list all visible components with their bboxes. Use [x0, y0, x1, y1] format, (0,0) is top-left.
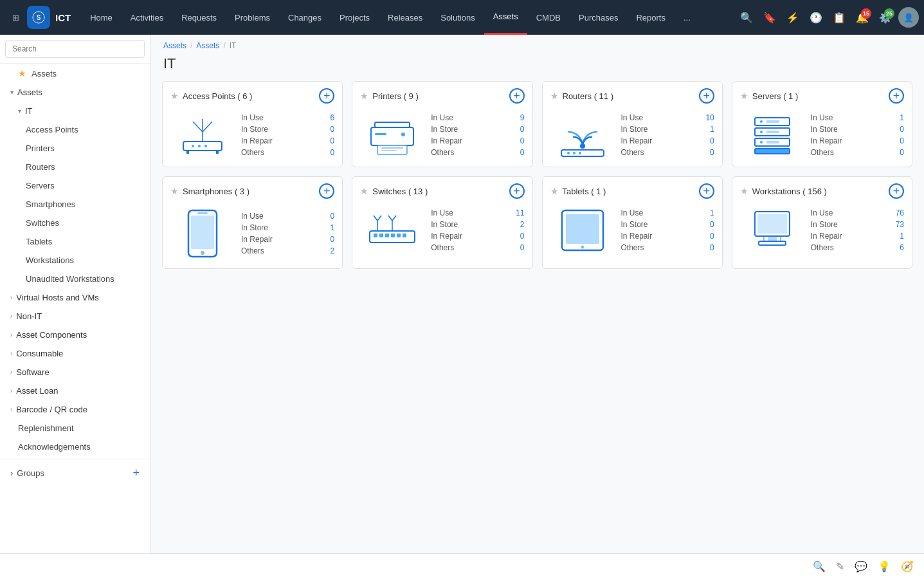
sidebar-item-acknowledgements[interactable]: Acknowledgements	[0, 437, 150, 456]
sidebar-item-routers[interactable]: Routers	[0, 158, 150, 176]
bookmark-icon-btn[interactable]: 🔖	[759, 7, 780, 28]
add-button[interactable]: +	[889, 88, 904, 104]
favorite-star-icon[interactable]: ★	[360, 186, 368, 196]
stat-value[interactable]: 0	[520, 243, 525, 252]
add-button[interactable]: +	[509, 88, 525, 104]
grid-icon[interactable]: ⊞	[5, 7, 26, 28]
stat-value[interactable]: 6	[900, 243, 904, 252]
breadcrumb-assets2-link[interactable]: Assets	[196, 41, 219, 50]
sidebar-group-consumable[interactable]: › Consumable	[0, 344, 150, 363]
favorite-star-icon[interactable]: ★	[740, 186, 748, 196]
nav-item-problems[interactable]: Problems	[226, 0, 279, 35]
stat-value[interactable]: 1	[331, 223, 335, 232]
checklist-icon-btn[interactable]: 📋	[829, 7, 849, 28]
sidebar-group-assets[interactable]: ▾ Assets	[0, 83, 150, 102]
favorite-star-icon[interactable]: ★	[550, 186, 559, 196]
stat-value[interactable]: 0	[900, 148, 904, 157]
nav-icon[interactable]: 🧭	[901, 560, 914, 573]
edit-icon[interactable]: ✎	[836, 560, 844, 573]
nav-item-activities[interactable]: Activities	[122, 0, 172, 35]
notification-icon-btn[interactable]: 🔔 15	[852, 7, 873, 28]
sidebar-item-access-points[interactable]: Access Points	[0, 120, 150, 139]
stat-value[interactable]: 2	[520, 220, 525, 229]
favorite-star-icon[interactable]: ★	[550, 91, 559, 101]
sidebar-item-unaudited-workstations[interactable]: Unaudited Workstations	[0, 270, 150, 288]
sidebar-item-workstations[interactable]: Workstations	[0, 251, 150, 270]
nav-item-solutions[interactable]: Solutions	[431, 0, 484, 35]
add-button[interactable]: +	[699, 88, 714, 104]
sidebar-item-smartphones[interactable]: Smartphones	[0, 195, 150, 214]
stat-value[interactable]: 0	[520, 148, 525, 157]
stat-value[interactable]: 0	[331, 212, 335, 221]
stat-value[interactable]: 73	[896, 220, 904, 229]
stat-value[interactable]: 0	[331, 148, 335, 157]
sidebar-item-tablets[interactable]: Tablets	[0, 232, 150, 251]
stat-value[interactable]: 76	[896, 208, 904, 217]
breadcrumb-assets-link[interactable]: Assets	[163, 41, 186, 50]
zoom-icon[interactable]: 🔍	[813, 560, 826, 573]
user-avatar[interactable]: 👤	[898, 7, 919, 28]
stat-value[interactable]: 0	[520, 232, 525, 241]
stat-value[interactable]: 2	[331, 246, 335, 255]
nav-item-moremoremore[interactable]: ...	[675, 0, 700, 35]
light-icon[interactable]: 💡	[878, 560, 891, 573]
sidebar-item-favorites[interactable]: ★ Assets	[0, 64, 150, 83]
stat-value[interactable]: 0	[520, 125, 525, 134]
nav-item-home[interactable]: Home	[81, 0, 122, 35]
sidebar-item-switches[interactable]: Switches	[0, 214, 150, 232]
add-button[interactable]: +	[319, 88, 334, 104]
stat-value[interactable]: 1	[710, 208, 714, 217]
stat-value[interactable]: 9	[520, 113, 525, 122]
sidebar-item-printers[interactable]: Printers	[0, 139, 150, 158]
settings-icon-btn[interactable]: ⚙️ 25	[875, 7, 896, 28]
nav-item-purchases[interactable]: Purchases	[570, 0, 627, 35]
add-button[interactable]: +	[319, 183, 334, 199]
search-icon-btn[interactable]: 🔍	[736, 7, 757, 28]
stat-value[interactable]: 1	[710, 125, 714, 134]
history-icon-btn[interactable]: 🕐	[806, 7, 826, 28]
sidebar-group-asset-components[interactable]: › Asset Components	[0, 326, 150, 344]
sidebar-group-virtual[interactable]: › Virtual Hosts and VMs	[0, 288, 150, 307]
sidebar-group-asset-loan[interactable]: › Asset Loan	[0, 381, 150, 400]
stat-value[interactable]: 0	[900, 125, 904, 134]
favorite-star-icon[interactable]: ★	[170, 91, 179, 101]
sidebar-item-groups[interactable]: › Groups +	[0, 462, 150, 484]
sidebar-item-replenishment[interactable]: Replenishment	[0, 419, 150, 437]
sidebar-group-software[interactable]: › Software	[0, 363, 150, 381]
nav-item-changes[interactable]: Changes	[279, 0, 331, 35]
stat-value[interactable]: 11	[516, 208, 524, 217]
stat-value[interactable]: 6	[331, 113, 335, 122]
nav-item-assets[interactable]: Assets	[484, 0, 527, 35]
nav-item-cmdb[interactable]: CMDB	[527, 0, 570, 35]
add-button[interactable]: +	[509, 183, 525, 199]
favorite-star-icon[interactable]: ★	[360, 91, 368, 101]
stat-value[interactable]: 0	[710, 136, 714, 145]
stat-value[interactable]: 0	[710, 148, 714, 157]
stat-value[interactable]: 10	[705, 113, 714, 122]
nav-item-projects[interactable]: Projects	[331, 0, 379, 35]
sidebar-group-non-it[interactable]: › Non-IT	[0, 307, 150, 326]
stat-value[interactable]: 0	[520, 136, 525, 145]
stat-value[interactable]: 0	[331, 136, 335, 145]
search-input[interactable]	[5, 40, 145, 58]
chat-icon[interactable]: 💬	[855, 560, 867, 573]
nav-item-releases[interactable]: Releases	[379, 0, 431, 35]
stat-value[interactable]: 0	[710, 220, 714, 229]
sidebar-item-servers[interactable]: Servers	[0, 176, 150, 195]
add-button[interactable]: +	[889, 183, 904, 199]
add-button[interactable]: +	[699, 183, 714, 199]
stat-value[interactable]: 0	[331, 125, 335, 134]
sidebar-group-it[interactable]: ▾ IT	[0, 102, 150, 120]
stat-value[interactable]: 0	[331, 235, 335, 244]
lightning-icon-btn[interactable]: ⚡	[783, 7, 803, 28]
sidebar-group-barcode[interactable]: › Barcode / QR code	[0, 400, 150, 419]
favorite-star-icon[interactable]: ★	[170, 186, 179, 196]
stat-value[interactable]: 1	[900, 232, 904, 241]
stat-value[interactable]: 0	[900, 136, 904, 145]
nav-item-reports[interactable]: Reports	[627, 0, 675, 35]
stat-value[interactable]: 1	[900, 113, 904, 122]
stat-value[interactable]: 0	[710, 232, 714, 241]
add-group-icon[interactable]: +	[132, 466, 140, 480]
nav-item-requests[interactable]: Requests	[172, 0, 226, 35]
stat-value[interactable]: 0	[710, 243, 714, 252]
